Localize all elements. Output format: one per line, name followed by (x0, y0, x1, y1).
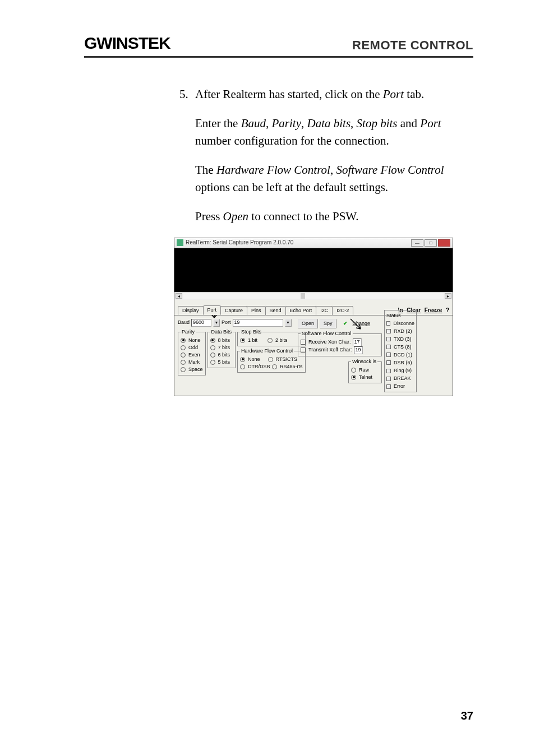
led-rxd (386, 329, 391, 333)
stopbits-group: Stop Bits 1 bit 2 bits (237, 328, 306, 346)
terminal-area[interactable] (174, 248, 453, 292)
baud-input[interactable]: 9600 (191, 319, 211, 327)
status-panel: Status Disconne RXD (2) TXD (3) CTS (8) … (384, 310, 417, 392)
stopbits-1[interactable] (240, 338, 245, 343)
baud-label: Baud (178, 319, 190, 326)
tab-pins[interactable]: Pins (247, 306, 266, 315)
parity-even[interactable] (181, 353, 186, 358)
parity-none[interactable] (181, 338, 186, 343)
realterm-window: RealTerm: Serial Capture Program 2.0.0.7… (174, 238, 453, 397)
port-input[interactable]: 19 (233, 319, 283, 327)
tab-port[interactable]: Port (203, 305, 222, 315)
databits-group: Data Bits 8 bits 7 bits 6 bits 5 bits (207, 328, 236, 368)
led-error (386, 384, 391, 389)
hwflow-group: Hardware Flow Control None RTS/CTS DTR/D… (237, 347, 306, 373)
parity-odd[interactable] (181, 345, 186, 350)
horizontal-scrollbar[interactable]: ◄ ► (174, 292, 453, 300)
led-break (386, 377, 391, 381)
minimize-button[interactable]: — (411, 239, 423, 247)
tab-capture[interactable]: Capture (220, 306, 247, 315)
swflow-tx-check[interactable] (301, 347, 306, 353)
port-label: Port (222, 319, 231, 326)
winsock-raw[interactable] (351, 368, 356, 373)
winsock-telnet[interactable] (351, 375, 356, 380)
led-cts (386, 345, 391, 349)
stopbits-2[interactable] (268, 338, 273, 343)
tab-display[interactable]: Display (178, 306, 204, 315)
baud-dropdown-icon[interactable]: ▼ (213, 319, 220, 327)
app-icon (177, 239, 183, 246)
databits-8[interactable] (210, 338, 215, 343)
window-title: RealTerm: Serial Capture Program 2.0.0.7… (186, 239, 410, 247)
scroll-right-icon[interactable]: ► (445, 293, 451, 299)
check-icon: ✔ (343, 320, 348, 327)
step-text: After Realterm has started, click on the (195, 87, 383, 101)
spy-button[interactable]: Spy (320, 319, 336, 328)
tab-i2c2[interactable]: I2C-2 (332, 306, 353, 315)
tab-echoport[interactable]: Echo Port (285, 306, 317, 315)
led-dcd (386, 353, 391, 357)
swflow-group: Software Flow Control Receive Xon Char:1… (298, 330, 382, 356)
titlebar[interactable]: RealTerm: Serial Capture Program 2.0.0.7… (174, 238, 453, 248)
hwflow-rs485[interactable] (272, 364, 277, 369)
section-header: REMOTE CONTROL (352, 38, 473, 53)
led-dsr (386, 360, 391, 365)
parity-space[interactable] (181, 367, 186, 372)
swflow-rx-check[interactable] (301, 340, 306, 345)
close-button[interactable] (438, 239, 450, 247)
port-dropdown-icon[interactable]: ▼ (285, 319, 292, 327)
page-number: 37 (461, 709, 473, 722)
winsock-group: Winsock is Raw Telnet (348, 358, 382, 383)
xoff-input[interactable]: 19 (354, 346, 363, 354)
change-button[interactable]: Change (349, 319, 374, 328)
xon-input[interactable]: 17 (353, 338, 362, 346)
tab-send[interactable]: Send (265, 306, 286, 315)
maximize-button[interactable]: □ (425, 239, 437, 247)
step-number: 5. (179, 86, 195, 103)
tab-i2c[interactable]: I2C (316, 306, 333, 315)
databits-7[interactable] (210, 345, 215, 350)
help-button[interactable]: ? (446, 307, 449, 313)
hwflow-dtrdsr[interactable] (240, 364, 245, 369)
led-disconnect (386, 321, 390, 326)
open-button[interactable]: Open (298, 319, 318, 328)
databits-5[interactable] (210, 360, 215, 365)
em-port: Port (383, 87, 404, 101)
parity-group: Parity None Odd Even Mark Space (178, 328, 206, 375)
freeze-button[interactable]: Freeze (425, 307, 442, 313)
brand-logo: GWINSTEK (84, 34, 170, 53)
led-ring (386, 369, 391, 373)
led-txd (386, 337, 391, 341)
hwflow-rtscts[interactable] (268, 357, 273, 362)
parity-mark[interactable] (181, 360, 186, 365)
hwflow-none[interactable] (240, 357, 245, 362)
scroll-left-icon[interactable]: ◄ (176, 293, 182, 299)
databits-6[interactable] (210, 353, 215, 358)
